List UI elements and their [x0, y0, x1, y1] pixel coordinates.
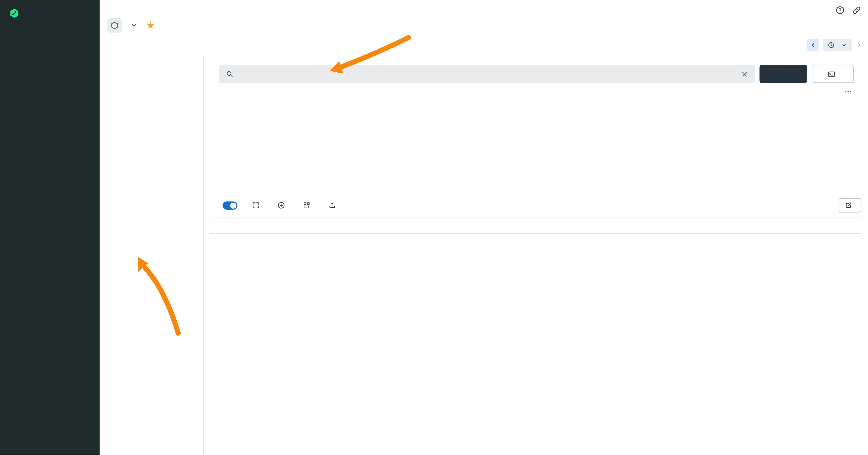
entity-sub-nav	[99, 56, 204, 455]
hexagon-icon	[110, 21, 119, 30]
legend-all-logs-dot	[238, 176, 242, 180]
add-column-button[interactable]	[277, 201, 288, 209]
chevron-down-icon	[841, 42, 847, 48]
help-circle-icon[interactable]	[835, 5, 844, 15]
clock-icon	[828, 41, 835, 49]
logs-query-input[interactable]	[239, 69, 736, 78]
time-back-button[interactable]	[806, 39, 819, 52]
logs-timeseries-chart[interactable]	[211, 110, 868, 169]
nrql-button[interactable]	[812, 65, 854, 83]
expand-logs-toggle[interactable]	[222, 201, 238, 209]
logs-table-header	[211, 217, 862, 233]
favorite-star-icon[interactable]	[146, 21, 155, 30]
chevron-down-icon[interactable]	[130, 22, 137, 29]
chevron-right-icon	[855, 41, 863, 49]
new-relic-logo[interactable]	[0, 0, 99, 25]
open-in-logs-button[interactable]	[839, 198, 862, 213]
entity-icon	[107, 18, 122, 32]
logs-main-content	[204, 56, 868, 455]
legend-errors-dot	[220, 176, 224, 180]
export-icon	[328, 201, 336, 209]
expand-icon	[252, 201, 259, 209]
app-window	[0, 0, 868, 455]
ellipsis-icon	[843, 87, 852, 96]
global-nav	[0, 0, 99, 455]
open-external-icon	[845, 202, 852, 209]
more-options-icon[interactable]	[843, 87, 852, 98]
logs-toolbar	[219, 198, 862, 213]
global-nav-footer	[0, 449, 99, 455]
legend-all-logs[interactable]	[238, 176, 245, 180]
chart-legend	[220, 176, 245, 180]
permalink-icon[interactable]	[852, 5, 861, 15]
search-icon	[226, 70, 234, 78]
time-forward-button[interactable]	[855, 41, 863, 49]
expand-table-button[interactable]	[252, 201, 263, 209]
time-picker	[806, 39, 863, 52]
page-title[interactable]	[127, 18, 155, 32]
add-circle-icon	[277, 201, 285, 209]
query-logs-button[interactable]	[760, 65, 807, 83]
new-relic-logo-icon	[9, 8, 20, 19]
header-icons	[835, 5, 861, 15]
toggle-knob	[230, 202, 237, 208]
page-header	[99, 0, 868, 56]
legend-errors[interactable]	[220, 176, 227, 180]
logs-query-bar[interactable]	[219, 65, 755, 83]
time-range-button[interactable]	[823, 39, 852, 52]
export-button[interactable]	[328, 201, 339, 209]
chevron-left-icon	[809, 42, 816, 48]
add-to-dashboard-button[interactable]	[303, 201, 314, 209]
breadcrumb	[107, 4, 113, 12]
clear-search-icon[interactable]	[741, 70, 748, 78]
logs-table	[211, 217, 862, 233]
add-to-dashboard-icon	[303, 201, 310, 209]
nrql-terminal-icon	[828, 70, 836, 78]
expand-logs-control	[219, 201, 238, 209]
